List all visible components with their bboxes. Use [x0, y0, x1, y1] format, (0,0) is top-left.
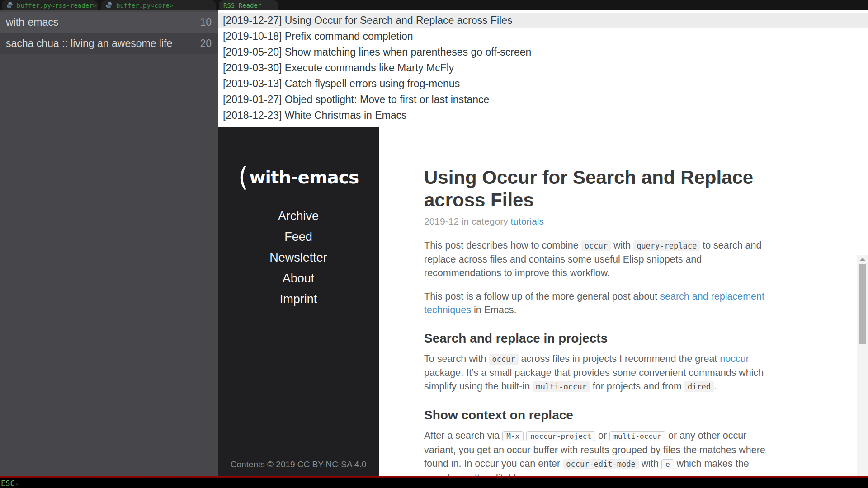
logo-paren: (: [238, 162, 249, 192]
text-run: To search with: [424, 353, 489, 364]
article-row[interactable]: [2019-01-27] Objed spotlight: Move to fi…: [218, 92, 868, 108]
post-date: 2019-12: [424, 216, 459, 226]
category-link[interactable]: tutorials: [510, 216, 544, 226]
post-meta-infix: in category: [459, 216, 510, 226]
article-row[interactable]: [2019-03-13] Catch flyspell errors using…: [218, 76, 868, 92]
article-paragraph: This post describes how to combine occur…: [424, 239, 765, 280]
status-bar: ESC-: [0, 476, 868, 488]
inline-kbd: multi-occur: [609, 431, 665, 441]
inline-code: occur: [581, 240, 611, 251]
post-title: Using Occur for Search and Replace acros…: [424, 166, 768, 211]
logo-text: with-emacs: [249, 167, 359, 188]
inline-kbd: M-x: [502, 431, 524, 441]
text-run: .: [714, 381, 717, 392]
statusbar-keystroke: ESC-: [1, 479, 19, 488]
tab-rss-reader[interactable]: RSS Reader: [219, 0, 278, 10]
nav-item-about[interactable]: About: [218, 268, 379, 289]
inline-kbd: noccur-project: [526, 431, 595, 441]
inline-code: multi-occur: [533, 381, 590, 392]
feed-title: with-emacs: [6, 16, 195, 28]
feed-unread-count: 20: [200, 38, 212, 50]
feed-unread-count: 10: [200, 16, 212, 28]
tab-buffer-0[interactable]: buffer.py<rss-reader>: [2, 0, 98, 10]
article-list: [2019-12-27] Using Occur for Search and …: [218, 10, 868, 127]
inline-code: dired: [684, 381, 714, 392]
article-row[interactable]: [2019-12-27] Using Occur for Search and …: [218, 13, 868, 28]
inline-kbd: e: [661, 459, 674, 469]
nav-item-newsletter[interactable]: Newsletter: [218, 247, 379, 268]
text-run: with: [639, 458, 661, 469]
text-run: After a search via: [424, 430, 502, 441]
text-run: This post is a follow up of the more gen…: [424, 291, 660, 302]
site-logo: (with-emacs: [218, 163, 379, 196]
site-footer: Contents © 2019 CC BY-NC-SA 4.0: [218, 460, 379, 469]
feed-title: sacha chua :: living an awesome life: [6, 38, 195, 50]
site-sidebar: (with-emacs ArchiveFeedNewsletterAboutIm…: [218, 127, 379, 476]
feed-rows: with-emacs10sacha chua :: living an awes…: [0, 10, 218, 54]
python-icon: [106, 2, 113, 9]
scrollbar-thumb[interactable]: [859, 264, 866, 344]
text-run: This post describes how to combine: [424, 240, 581, 251]
text-run: in Emacs.: [471, 305, 516, 315]
web-view: (with-emacs ArchiveFeedNewsletterAboutIm…: [218, 127, 868, 476]
article-paragraph: To search with occur across files in pro…: [424, 352, 765, 394]
article-rows: [2019-12-27] Using Occur for Search and …: [218, 10, 868, 123]
nav-item-feed[interactable]: Feed: [218, 226, 379, 247]
vertical-scrollbar[interactable]: [857, 255, 868, 488]
tab-label: RSS Reader: [223, 2, 261, 9]
tab-label: buffer.py<rss-reader>: [17, 2, 97, 9]
post-meta: 2019-12 in category tutorials: [424, 216, 780, 227]
post-content: Using Occur for Search and Replace acros…: [379, 127, 857, 476]
feed-row[interactable]: with-emacs10: [0, 12, 218, 33]
inline-link[interactable]: noccur: [720, 353, 749, 364]
article-paragraph: This post is a follow up of the more gen…: [424, 290, 765, 317]
statusbar-divider: [0, 476, 868, 478]
nav-item-imprint[interactable]: Imprint: [218, 289, 379, 310]
post-body: This post describes how to combine occur…: [424, 239, 765, 476]
article-row[interactable]: [2019-05-20] Show matching lines when pa…: [218, 44, 868, 60]
text-run: across files in projects I recommend the…: [519, 353, 720, 364]
text-run: for projects and from: [590, 381, 684, 392]
text-run: or: [595, 430, 609, 441]
inline-code: occur: [489, 354, 518, 365]
nav-item-archive[interactable]: Archive: [218, 206, 379, 226]
feed-row[interactable]: sacha chua :: living an awesome life20: [0, 33, 218, 54]
feed-list-panel: with-emacs10sacha chua :: living an awes…: [0, 10, 218, 476]
section-heading: Search and replace in projects: [424, 331, 765, 346]
tab-buffer-1[interactable]: buffer.py<core>: [101, 0, 216, 10]
tab-bar: buffer.py<rss-reader>buffer.py<core>RSS …: [0, 0, 868, 10]
article-paragraph: After a search via M-x noccur-project or…: [424, 429, 765, 476]
article-row[interactable]: [2018-12-23] White Christmas in Emacs: [218, 108, 868, 123]
site-nav: ArchiveFeedNewsletterAboutImprint: [218, 206, 379, 310]
text-run: with: [611, 240, 633, 251]
article-row[interactable]: [2019-03-30] Execute commands like Marty…: [218, 60, 868, 76]
section-heading: Show context on replace: [424, 408, 765, 422]
python-icon: [6, 2, 13, 9]
inline-code: query-replace: [633, 240, 700, 251]
scrollbar-up-arrow-icon[interactable]: [859, 258, 866, 261]
article-row[interactable]: [2019-10-18] Prefix command completion: [218, 28, 868, 44]
tab-label: buffer.py<core>: [116, 2, 173, 9]
rss-reader-window: buffer.py<rss-reader>buffer.py<core>RSS …: [0, 0, 868, 488]
inline-code: occur-edit-mode: [563, 459, 639, 469]
